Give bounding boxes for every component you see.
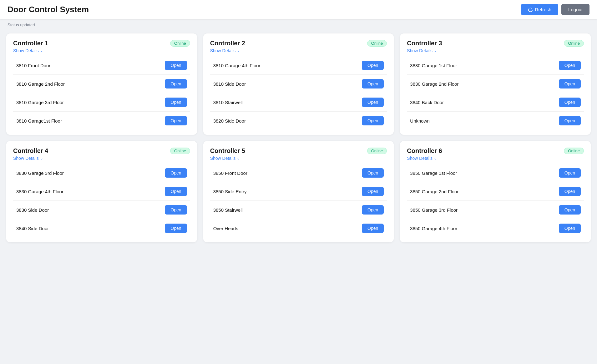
chevron-down-icon: ⌄	[40, 48, 43, 53]
controller-5-show-details-button[interactable]: Show Details ⌄	[210, 156, 240, 161]
controller-2-header: Controller 2Online	[210, 40, 387, 47]
open-door-button[interactable]: Open	[165, 187, 187, 196]
door-name: 3850 Side Entry	[213, 189, 247, 194]
chevron-down-icon: ⌄	[237, 48, 240, 53]
open-door-button[interactable]: Open	[362, 61, 384, 70]
controller-5-door-list: 3850 Front DoorOpen3850 Side EntryOpen38…	[210, 164, 387, 237]
controller-3-header: Controller 3Online	[407, 40, 584, 47]
door-name: 3850 Garage 2nd Floor	[410, 189, 458, 194]
open-door-button[interactable]: Open	[559, 187, 581, 196]
controller-3-door-list: 3830 Garage 1st FloorOpen3830 Garage 2nd…	[407, 56, 584, 130]
door-name: 3830 Garage 4th Floor	[16, 189, 63, 194]
controllers-grid: Controller 1OnlineShow Details ⌄3810 Fro…	[0, 28, 597, 252]
open-door-button[interactable]: Open	[165, 168, 187, 178]
door-item: 3850 Garage 2nd FloorOpen	[407, 182, 584, 200]
door-name: 3830 Garage 3rd Floor	[16, 170, 64, 176]
controller-1-name: Controller 1	[13, 40, 48, 47]
open-door-button[interactable]: Open	[559, 61, 581, 70]
open-door-button[interactable]: Open	[362, 79, 384, 88]
open-door-button[interactable]: Open	[559, 205, 581, 215]
open-door-button[interactable]: Open	[165, 224, 187, 233]
door-item: 3830 Garage 1st FloorOpen	[407, 56, 584, 74]
door-item: 3850 Garage 1st FloorOpen	[407, 164, 584, 182]
open-door-button[interactable]: Open	[362, 116, 384, 125]
door-item: 3810 Front DoorOpen	[13, 56, 190, 74]
open-door-button[interactable]: Open	[165, 98, 187, 107]
door-name: 3810 Stairwell	[213, 100, 243, 105]
refresh-icon	[528, 7, 533, 12]
controller-6-door-list: 3850 Garage 1st FloorOpen3850 Garage 2nd…	[407, 164, 584, 237]
chevron-down-icon: ⌄	[237, 156, 240, 160]
controller-6-status-badge: Online	[564, 148, 584, 154]
controller-3-status-badge: Online	[564, 40, 584, 47]
door-item: 3830 Garage 4th FloorOpen	[13, 182, 190, 200]
open-door-button[interactable]: Open	[165, 116, 187, 125]
door-item: 3850 Front DoorOpen	[210, 164, 387, 182]
controller-4-show-details-button[interactable]: Show Details ⌄	[13, 156, 43, 161]
controller-3-card: Controller 3OnlineShow Details ⌄3830 Gar…	[400, 33, 591, 135]
controller-1-door-list: 3810 Front DoorOpen3810 Garage 2nd Floor…	[13, 56, 190, 130]
app-header: Door Control System Refresh Logout	[0, 0, 597, 19]
door-item: 3840 Side DoorOpen	[13, 219, 190, 237]
door-item: 3850 Garage 4th FloorOpen	[407, 219, 584, 237]
door-item: 3810 Garage1st FloorOpen	[13, 111, 190, 130]
controller-3-name: Controller 3	[407, 40, 442, 47]
open-door-button[interactable]: Open	[362, 205, 384, 215]
open-door-button[interactable]: Open	[362, 187, 384, 196]
open-door-button[interactable]: Open	[559, 116, 581, 125]
status-text: Status updated	[8, 23, 35, 27]
refresh-label: Refresh	[535, 7, 552, 12]
controller-1-header: Controller 1Online	[13, 40, 190, 47]
door-name: 3830 Garage 2nd Floor	[410, 81, 458, 87]
door-name: Over Heads	[213, 226, 238, 231]
open-door-button[interactable]: Open	[362, 224, 384, 233]
door-item: 3810 Garage 2nd FloorOpen	[13, 74, 190, 93]
door-name: Unknown	[410, 118, 430, 124]
door-name: 3810 Front Door	[16, 63, 50, 68]
door-item: 3830 Side DoorOpen	[13, 200, 190, 219]
door-item: 3850 StairwellOpen	[210, 200, 387, 219]
controller-1-status-badge: Online	[170, 40, 190, 47]
door-name: 3810 Side Door	[213, 81, 246, 87]
door-item: Over HeadsOpen	[210, 219, 387, 237]
header-buttons: Refresh Logout	[521, 4, 589, 15]
refresh-button[interactable]: Refresh	[521, 4, 559, 15]
controller-6-card: Controller 6OnlineShow Details ⌄3850 Gar…	[400, 141, 591, 242]
door-item: 3810 Garage 3rd FloorOpen	[13, 93, 190, 111]
door-item: 3830 Garage 2nd FloorOpen	[407, 74, 584, 93]
controller-4-card: Controller 4OnlineShow Details ⌄3830 Gar…	[6, 141, 197, 242]
controller-2-door-list: 3810 Garage 4th FloorOpen3810 Side DoorO…	[210, 56, 387, 130]
door-name: 3840 Back Door	[410, 100, 444, 105]
app-title: Door Control System	[8, 5, 89, 14]
door-name: 3810 Garage1st Floor	[16, 118, 62, 124]
door-name: 3850 Stairwell	[213, 207, 243, 213]
open-door-button[interactable]: Open	[165, 79, 187, 88]
chevron-down-icon: ⌄	[434, 48, 437, 53]
open-door-button[interactable]: Open	[559, 224, 581, 233]
controller-6-name: Controller 6	[407, 147, 442, 154]
door-name: 3840 Side Door	[16, 226, 49, 231]
open-door-button[interactable]: Open	[362, 168, 384, 178]
open-door-button[interactable]: Open	[559, 98, 581, 107]
controller-5-name: Controller 5	[210, 147, 245, 154]
door-item: 3820 Side DoorOpen	[210, 111, 387, 130]
controller-2-show-details-button[interactable]: Show Details ⌄	[210, 48, 240, 53]
open-door-button[interactable]: Open	[165, 61, 187, 70]
door-name: 3830 Side Door	[16, 207, 49, 213]
open-door-button[interactable]: Open	[559, 79, 581, 88]
controller-2-name: Controller 2	[210, 40, 245, 47]
open-door-button[interactable]: Open	[559, 168, 581, 178]
logout-button[interactable]: Logout	[561, 4, 589, 15]
controller-1-show-details-button[interactable]: Show Details ⌄	[13, 48, 43, 53]
controller-4-door-list: 3830 Garage 3rd FloorOpen3830 Garage 4th…	[13, 164, 190, 237]
controller-6-show-details-button[interactable]: Show Details ⌄	[407, 156, 437, 161]
door-name: 3850 Garage 1st Floor	[410, 170, 457, 176]
door-item: 3810 StairwellOpen	[210, 93, 387, 111]
chevron-down-icon: ⌄	[434, 156, 437, 160]
controller-3-show-details-button[interactable]: Show Details ⌄	[407, 48, 437, 53]
controller-1-card: Controller 1OnlineShow Details ⌄3810 Fro…	[6, 33, 197, 135]
open-door-button[interactable]: Open	[362, 98, 384, 107]
open-door-button[interactable]: Open	[165, 205, 187, 215]
controller-5-status-badge: Online	[367, 148, 387, 154]
controller-4-header: Controller 4Online	[13, 147, 190, 154]
